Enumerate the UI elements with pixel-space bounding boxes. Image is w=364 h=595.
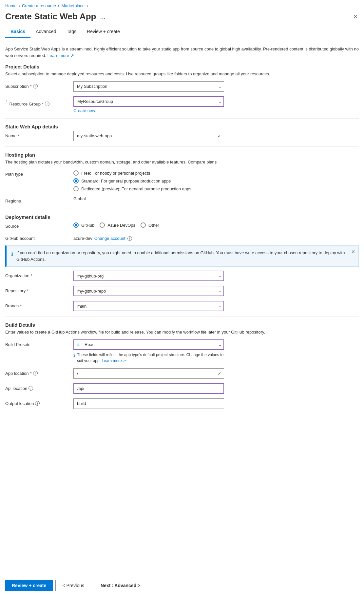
static-web-app-details-title: Static Web App details — [5, 124, 359, 129]
tab-advanced[interactable]: Advanced — [30, 26, 61, 38]
resource-group-info-icon[interactable]: i — [45, 102, 49, 106]
source-other-label: Other — [148, 223, 159, 228]
organization-label: Organization * — [5, 271, 71, 278]
divider-4 — [5, 317, 359, 317]
organization-select-wrapper: my-github-org ⌄ — [73, 271, 224, 281]
plan-free-radio[interactable] — [73, 170, 79, 176]
source-label: Source — [5, 221, 71, 229]
github-account-row: GitHub account azure-dev Change account … — [5, 233, 359, 241]
change-account-info-icon[interactable]: i — [127, 236, 132, 241]
subscription-label: Subscription * i — [5, 81, 71, 89]
source-other-option[interactable]: Other — [141, 222, 159, 228]
breadcrumb-create-resource[interactable]: Create a resource — [22, 3, 56, 8]
tree-line-icon: └ — [5, 100, 8, 104]
name-label: Name * — [5, 131, 71, 138]
divider-1 — [5, 118, 359, 119]
learn-more-link[interactable]: Learn more ↗ — [48, 53, 74, 58]
breadcrumb-home[interactable]: Home — [5, 3, 17, 8]
build-presets-select-wrapper: ⚛ React ⌄ — [73, 339, 224, 350]
app-location-label: App location * i — [5, 368, 71, 376]
name-row: Name * my-static-web-app ✓ — [5, 131, 359, 141]
github-account-label: GitHub account — [5, 233, 71, 241]
info-box: ℹ If you can't find an organization or r… — [5, 245, 359, 267]
compare-plans-link[interactable]: Compare plans — [188, 160, 217, 164]
close-button[interactable]: × — [352, 11, 359, 22]
review-create-button[interactable]: Review + create — [5, 580, 53, 591]
create-new-link[interactable]: Create new — [73, 108, 224, 113]
output-location-info-icon[interactable]: i — [35, 401, 40, 406]
plan-free-option[interactable]: Free: For hobby or personal projects — [73, 170, 224, 176]
resource-group-label: Resource Group * i — [10, 99, 75, 106]
change-account-link[interactable]: Change account — [94, 236, 125, 241]
tab-tags[interactable]: Tags — [61, 26, 82, 38]
api-location-info-icon[interactable]: i — [29, 386, 33, 391]
hint-info-icon: ℹ — [73, 352, 75, 359]
plan-dedicated-option[interactable]: Dedicated (preview): For general purpose… — [73, 186, 224, 191]
output-location-row: Output location i — [5, 398, 359, 409]
project-details-title: Project Details — [5, 64, 359, 69]
source-github-label: GitHub — [81, 223, 94, 228]
page-header: Create Static Web App ... × — [0, 10, 364, 26]
plan-type-row: Plan type Free: For hobby or personal pr… — [5, 169, 359, 191]
branch-label: Branch * — [5, 301, 71, 308]
resource-group-select[interactable]: MyResourceGroup — [73, 96, 224, 107]
hosting-plan-title: Hosting plan — [5, 152, 359, 158]
source-azure-devops-option[interactable]: Azure DevOps — [100, 222, 135, 228]
organization-select[interactable]: my-github-org — [73, 271, 224, 281]
build-learn-more-link[interactable]: Learn more ↗ — [102, 358, 126, 363]
output-location-input[interactable] — [73, 398, 224, 409]
subscription-row: Subscription * i My Subscription ⌄ — [5, 81, 359, 92]
build-details-desc: Enter values to create a GitHub Actions … — [5, 329, 359, 336]
app-location-input-wrapper: ✓ — [73, 368, 224, 379]
info-box-text: If you can't find an organization or rep… — [16, 250, 354, 262]
next-button[interactable]: Next : Advanced > — [94, 580, 147, 591]
branch-select[interactable]: main — [73, 301, 224, 311]
repository-select[interactable]: my-github-repo — [73, 286, 224, 296]
source-azure-devops-radio[interactable] — [100, 222, 105, 228]
branch-row: Branch * main ⌄ — [5, 301, 359, 311]
subscription-select-wrapper: My Subscription ⌄ — [73, 81, 224, 92]
plan-dedicated-radio[interactable] — [73, 186, 79, 191]
app-location-row: App location * i ✓ — [5, 368, 359, 379]
subscription-info-icon[interactable]: i — [33, 84, 38, 88]
source-github-option[interactable]: GitHub — [73, 222, 94, 228]
api-location-input[interactable] — [73, 383, 224, 394]
tab-bar: Basics Advanced Tags Review + create — [0, 26, 364, 38]
plan-standard-radio[interactable] — [73, 178, 79, 183]
bottom-action-bar: Review + create < Previous Next : Advanc… — [0, 576, 364, 595]
regions-row: Regions Global — [5, 196, 359, 203]
breadcrumb: Home › Create a resource › Marketplace › — [0, 0, 364, 10]
resource-group-select-wrapper: MyResourceGroup ⌄ — [73, 96, 224, 107]
app-location-input[interactable] — [73, 368, 224, 379]
repository-select-wrapper: my-github-repo ⌄ — [73, 286, 224, 296]
repository-row: Repository * my-github-repo ⌄ — [5, 286, 359, 296]
more-options-icon[interactable]: ... — [100, 13, 105, 20]
api-location-row: Api location i — [5, 383, 359, 394]
build-presets-select[interactable]: React — [73, 339, 224, 350]
breadcrumb-marketplace[interactable]: Marketplace — [61, 3, 85, 8]
github-account-display: azure-dev Change account i — [73, 233, 224, 241]
divider-2 — [5, 146, 359, 147]
previous-button[interactable]: < Previous — [55, 580, 91, 591]
name-input-wrapper: my-static-web-app ✓ — [73, 131, 224, 141]
repository-label: Repository * — [5, 286, 71, 293]
deployment-details-title: Deployment details — [5, 214, 359, 220]
tab-review-create[interactable]: Review + create — [82, 26, 125, 38]
github-account-name: azure-dev — [73, 236, 92, 241]
resource-group-row: └ Resource Group * i MyResourceGroup ⌄ C… — [5, 96, 359, 113]
name-select[interactable]: my-static-web-app — [73, 131, 224, 141]
plan-dedicated-label: Dedicated (preview): For general purpose… — [81, 186, 191, 191]
regions-value: Global — [73, 194, 86, 201]
project-details-desc: Select a subscription to manage deployed… — [5, 71, 359, 77]
source-other-radio[interactable] — [141, 222, 146, 228]
plan-standard-option[interactable]: Standard: For general purpose production… — [73, 178, 224, 183]
source-azure-devops-label: Azure DevOps — [107, 223, 135, 228]
source-github-radio[interactable] — [73, 222, 79, 228]
tab-basics[interactable]: Basics — [5, 26, 30, 38]
divider-3 — [5, 209, 359, 209]
source-radio-group: GitHub Azure DevOps Other — [73, 221, 224, 228]
info-box-close-button[interactable]: ✕ — [351, 249, 355, 254]
subscription-select[interactable]: My Subscription — [73, 81, 224, 92]
app-location-info-icon[interactable]: i — [33, 371, 38, 375]
plan-type-radio-group: Free: For hobby or personal projects Sta… — [73, 169, 224, 191]
